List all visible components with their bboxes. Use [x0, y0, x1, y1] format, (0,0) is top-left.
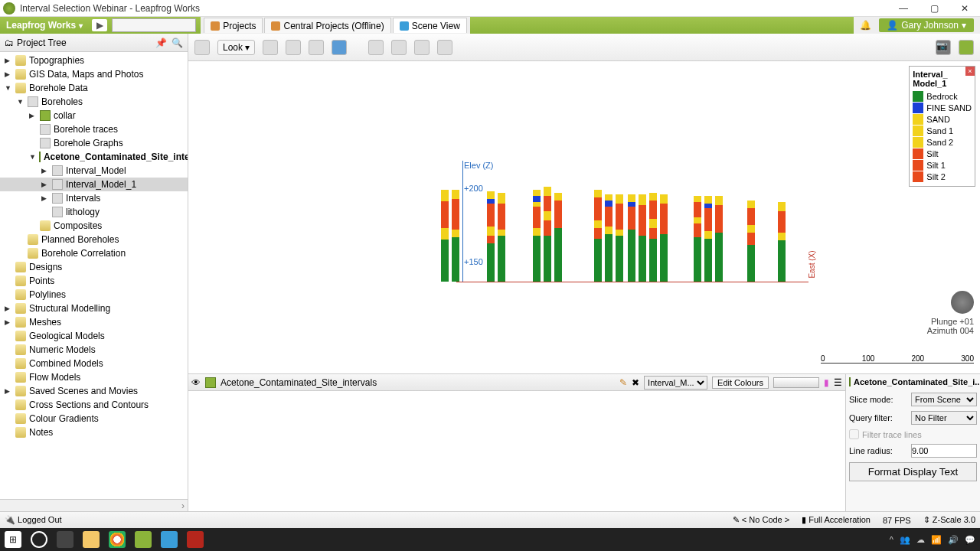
draw-line-icon[interactable]	[391, 40, 407, 55]
tree-item-borehole-data[interactable]: ▼Borehole Data	[0, 81, 188, 95]
expand-arrow-icon[interactable]: ▶	[5, 57, 12, 64]
file-explorer-icon[interactable]	[83, 531, 100, 548]
expand-arrow-icon[interactable]: ▶	[5, 305, 12, 312]
code-status[interactable]: ✎ < No Code >	[733, 515, 789, 525]
tree-item-points[interactable]: Points	[0, 274, 188, 288]
pin-icon[interactable]: 📌	[155, 37, 167, 48]
tree-item-colour-gradients[interactable]: Colour Gradients	[0, 412, 188, 425]
onedrive-icon[interactable]: ☁	[916, 535, 925, 545]
edit-icon[interactable]: ✎	[619, 377, 627, 388]
people-icon[interactable]: 👥	[900, 535, 910, 545]
search-icon[interactable]: 🔍	[172, 37, 183, 48]
legend-close-icon[interactable]: ×	[965, 67, 975, 76]
remove-icon[interactable]: ✖	[632, 377, 639, 388]
tree-item-borehole-graphs[interactable]: Borehole Graphs	[0, 136, 188, 150]
scene-viewport[interactable]: Elev (Z) +200 +150 North (Y) East (X) × …	[188, 61, 980, 373]
expand-arrow-icon[interactable]: ▶	[41, 181, 49, 188]
layer-attribute-select[interactable]: Interval_M...	[644, 376, 707, 390]
opacity-slider[interactable]	[773, 377, 819, 388]
tree-scrollbar[interactable]: ›	[0, 499, 188, 511]
expand-arrow-icon[interactable]: ▼	[5, 84, 12, 92]
tree-item-borehole-correlation[interactable]: Borehole Correlation	[0, 246, 188, 260]
edit-colours-button[interactable]: Edit Colours	[712, 377, 769, 389]
notification-bell-icon[interactable]: 🔔	[860, 20, 871, 31]
close-button[interactable]: ✕	[949, 0, 980, 17]
tree-item-flow-models[interactable]: Flow Models	[0, 370, 188, 384]
home-icon[interactable]	[959, 40, 974, 55]
app-icon-blue[interactable]	[161, 531, 178, 548]
tree-item-lithology[interactable]: lithology	[0, 205, 188, 219]
expand-arrow-icon[interactable]: ▶	[41, 167, 49, 174]
compass-icon[interactable]	[951, 291, 974, 314]
tree-item-composites[interactable]: Composites	[0, 219, 188, 233]
expand-arrow-icon[interactable]: ▶	[5, 387, 12, 395]
clear-scene-icon[interactable]	[194, 40, 210, 55]
layer-colour-icon[interactable]: ▮	[824, 377, 829, 388]
tree-item-cross-sections-and-contours[interactable]: Cross Sections and Contours	[0, 398, 188, 412]
login-status[interactable]: 🔌 Logged Out	[5, 515, 62, 525]
cortana-icon[interactable]	[31, 531, 47, 548]
plane-icon[interactable]	[332, 40, 347, 55]
tree-item-designs[interactable]: Designs	[0, 260, 188, 274]
camera-icon[interactable]: 📷	[936, 40, 951, 55]
tree-item-structural-modelling[interactable]: ▶Structural Modelling	[0, 302, 188, 315]
select-icon[interactable]	[368, 40, 384, 55]
start-button[interactable]: ⊞	[5, 531, 21, 548]
tree-item-topographies[interactable]: ▶Topographies	[0, 54, 188, 67]
expand-arrow-icon[interactable]: ▶	[41, 194, 49, 202]
line-radius-input[interactable]	[911, 444, 977, 458]
layer-options-icon[interactable]: ☰	[834, 377, 842, 388]
slice-mode-select[interactable]: From Scene	[911, 393, 977, 406]
slicer-icon[interactable]	[309, 40, 324, 55]
tree-item-collar[interactable]: ▶collar	[0, 109, 188, 122]
network-icon[interactable]: 📶	[931, 535, 942, 545]
format-display-text-button[interactable]: Format Display Text	[849, 462, 977, 481]
bounding-box-icon[interactable]	[263, 40, 278, 55]
task-view-icon[interactable]	[57, 531, 74, 548]
visibility-icon[interactable]: 👁	[191, 377, 201, 388]
tree-item-saved-scenes-and-movies[interactable]: ▶Saved Scenes and Movies	[0, 384, 188, 398]
tree-item-interval-model-1[interactable]: ▶Interval_Model_1	[0, 178, 188, 191]
acrobat-icon[interactable]	[187, 531, 204, 548]
look-menu[interactable]: Look ▾	[217, 40, 255, 55]
expand-arrow-icon[interactable]: ▼	[29, 153, 36, 161]
tab-projects[interactable]: Projects	[204, 18, 263, 33]
tree-item-boreholes[interactable]: ▼Boreholes	[0, 95, 188, 109]
leapfrog-icon[interactable]	[135, 531, 152, 548]
system-tray[interactable]: ^ 👥 ☁ 📶 🔊 💬	[890, 535, 975, 545]
play-button[interactable]: ▶	[92, 19, 107, 31]
tab-central-projects-offline-[interactable]: Central Projects (Offline)	[264, 18, 390, 33]
user-menu[interactable]: 👤 Gary Johnson ▾	[879, 18, 974, 32]
notifications-icon[interactable]: 💬	[965, 535, 975, 545]
expand-arrow-icon[interactable]: ▶	[5, 70, 12, 78]
expand-arrow-icon[interactable]: ▼	[17, 98, 24, 106]
chrome-icon[interactable]	[109, 531, 126, 548]
minimize-button[interactable]: —	[888, 0, 919, 17]
zscale-status[interactable]: ⇕ Z-Scale 3.0	[923, 515, 975, 525]
tree-item-numeric-models[interactable]: Numeric Models	[0, 343, 188, 357]
tree-item-polylines[interactable]: Polylines	[0, 288, 188, 302]
draw-polyline-icon[interactable]	[414, 40, 430, 55]
tree-item-interval-model[interactable]: ▶Interval_Model	[0, 164, 188, 178]
expand-arrow-icon[interactable]: ▶	[5, 318, 12, 326]
brand-menu[interactable]: Leapfrog Works▾	[0, 17, 89, 34]
ruler-icon[interactable]	[286, 40, 301, 55]
tree-item-intervals[interactable]: ▶Intervals	[0, 191, 188, 205]
tree-item-notes[interactable]: Notes	[0, 425, 188, 439]
volume-icon[interactable]: 🔊	[948, 535, 959, 545]
tree-item-acetone-contaminated-site-intervals[interactable]: ▼Acetone_Contaminated_Site_intervals	[0, 150, 188, 164]
expand-arrow-icon[interactable]: ▶	[29, 112, 37, 119]
edit-tool-icon[interactable]	[437, 40, 452, 55]
tree-item-combined-models[interactable]: Combined Models	[0, 357, 188, 370]
tree-item-geological-models[interactable]: Geological Models	[0, 329, 188, 343]
query-filter-select[interactable]: No Filter	[911, 411, 977, 425]
tree-item-meshes[interactable]: ▶Meshes	[0, 315, 188, 329]
tree-item-borehole-traces[interactable]: Borehole traces	[0, 122, 188, 136]
orientation-widget[interactable]: Plunge +01 Azimuth 004	[927, 291, 974, 335]
tab-scene-view[interactable]: Scene View	[393, 18, 467, 33]
tray-chevron-icon[interactable]: ^	[890, 535, 893, 544]
recent-dropdown[interactable]	[112, 18, 196, 32]
maximize-button[interactable]: ▢	[919, 0, 949, 17]
tree-item-planned-boreholes[interactable]: Planned Boreholes	[0, 233, 188, 246]
tree-item-gis-data-maps-and-photos[interactable]: ▶GIS Data, Maps and Photos	[0, 67, 188, 81]
